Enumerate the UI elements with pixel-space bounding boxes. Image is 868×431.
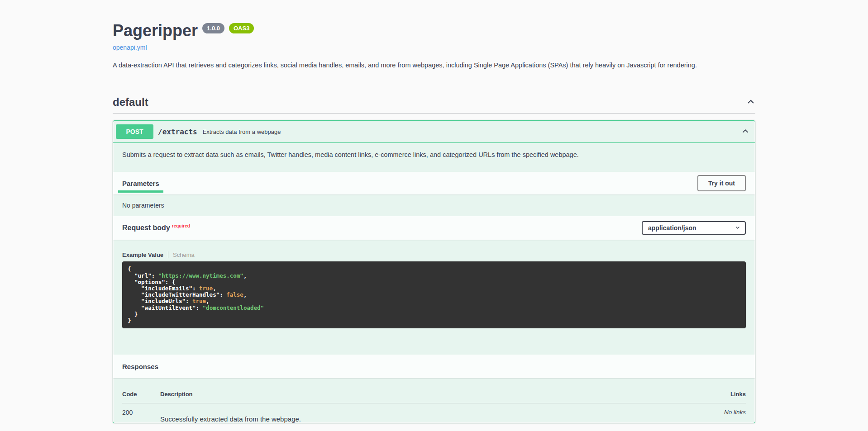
response-description: Successfully extracted data from the web… xyxy=(160,409,687,423)
code-boolean: true xyxy=(192,298,206,304)
code-punct: , xyxy=(243,291,247,298)
code-key: "includeUrls": xyxy=(128,298,192,304)
code-boolean: false xyxy=(226,291,243,298)
api-info-section: Pageripper 1.0.0 OAS3 openapi.yml A data… xyxy=(113,0,755,70)
openapi-spec-link[interactable]: openapi.yml xyxy=(113,44,147,51)
tab-schema[interactable]: Schema xyxy=(168,251,195,258)
code-line: { xyxy=(128,265,131,272)
code-line: } xyxy=(128,317,131,324)
opblock-post-extracts: POST /extracts Extracts data from a webp… xyxy=(113,120,755,423)
http-method-badge: POST xyxy=(116,124,153,139)
tab-example-value[interactable]: Example Value xyxy=(122,251,168,258)
content-type-value: application/json xyxy=(648,224,696,232)
swagger-wrapper: Pageripper 1.0.0 OAS3 openapi.yml A data… xyxy=(104,0,764,423)
response-links: No links xyxy=(687,409,746,423)
endpoint-path: /extracts xyxy=(158,128,197,136)
try-it-out-button[interactable]: Try it out xyxy=(697,175,746,191)
code-string: "domcontentloaded" xyxy=(203,304,264,311)
column-header-links: Links xyxy=(687,391,746,398)
example-json-code-block: { "url": "https://www.nytimes.com", "opt… xyxy=(122,261,746,328)
code-key: "waitUntilEvent": xyxy=(128,304,203,311)
responses-table-header: Code Description Links xyxy=(122,391,746,403)
response-row-200: 200 Successfully extracted data from the… xyxy=(122,403,746,423)
operation-description: Submits a request to extract data such a… xyxy=(113,143,755,172)
column-header-description: Description xyxy=(160,391,687,398)
opblock-summary[interactable]: POST /extracts Extracts data from a webp… xyxy=(113,121,755,143)
parameters-section-header: Parameters Try it out xyxy=(113,172,755,194)
parameters-tab-label: Parameters xyxy=(122,180,159,187)
request-body-label-text: Request body xyxy=(122,224,170,232)
model-example-tabs: Example Value Schema xyxy=(113,240,755,261)
title-row: Pageripper 1.0.0 OAS3 xyxy=(113,23,755,39)
api-description: A data-extraction API that retrieves and… xyxy=(113,61,755,70)
required-flag: required xyxy=(172,223,190,228)
code-key: "includeEmails": xyxy=(128,285,199,292)
response-description-text: Successfully extracted data from the web… xyxy=(160,415,687,423)
code-punct: , xyxy=(206,298,210,304)
tag-title: default xyxy=(113,96,148,109)
opblock-collapse-button[interactable] xyxy=(741,127,749,137)
oas3-badge: OAS3 xyxy=(229,23,254,33)
tag-header-default[interactable]: default xyxy=(113,96,755,114)
request-body-label: Request bodyrequired xyxy=(122,224,190,232)
code-string: "https://www.nytimes.com" xyxy=(158,272,243,279)
request-body-section-header: Request bodyrequired application/json xyxy=(113,216,755,240)
chevron-up-icon xyxy=(746,97,755,108)
code-line: } xyxy=(128,311,138,317)
code-key: "includeTwitterHandles": xyxy=(128,291,226,298)
code-boolean: true xyxy=(199,285,213,292)
tab-parameters[interactable]: Parameters xyxy=(118,172,163,194)
tag-collapse-button[interactable] xyxy=(746,97,755,108)
endpoint-summary: Extracts data from a webpage xyxy=(203,128,281,135)
code-key: "url": xyxy=(128,272,158,279)
chevron-up-icon xyxy=(741,127,749,137)
response-code: 200 xyxy=(122,409,160,423)
responses-label: Responses xyxy=(122,363,158,370)
column-header-code: Code xyxy=(122,391,160,398)
opblock-body: Submits a request to extract data such a… xyxy=(113,143,755,423)
chevron-down-icon xyxy=(734,224,741,232)
version-badge: 1.0.0 xyxy=(202,23,224,33)
code-key: "options": { xyxy=(128,279,175,285)
code-punct: , xyxy=(213,285,216,292)
content-type-select[interactable]: application/json xyxy=(642,221,746,235)
no-parameters-message: No parameters xyxy=(113,194,755,216)
code-punct: , xyxy=(243,272,247,279)
api-title: Pageripper xyxy=(113,23,198,39)
responses-section-header: Responses xyxy=(113,355,755,378)
responses-table: Code Description Links 200 Successfully … xyxy=(113,378,755,423)
